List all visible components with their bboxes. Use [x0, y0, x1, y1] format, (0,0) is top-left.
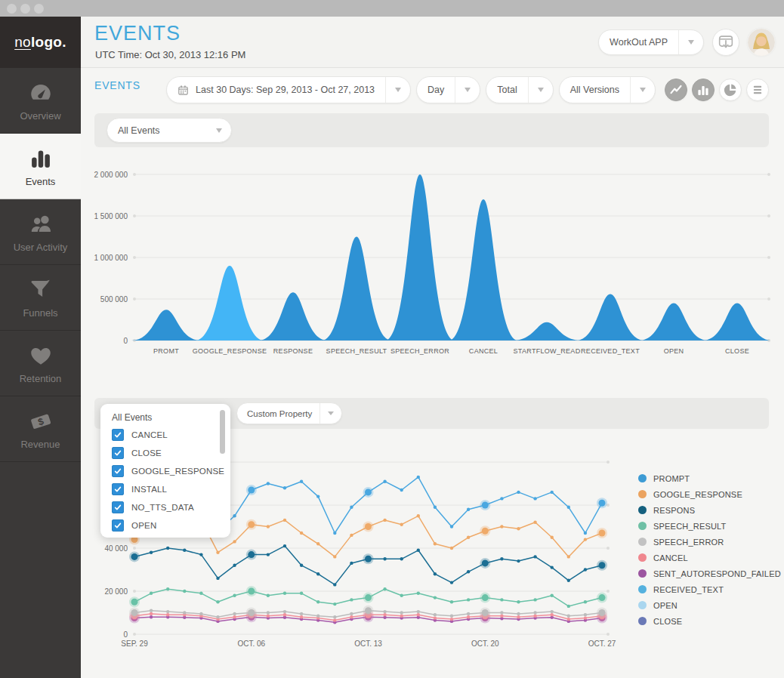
- custom-property-dropdown[interactable]: Custom Property: [236, 402, 342, 424]
- svg-text:0: 0: [123, 630, 128, 639]
- legend-label: RECEIVED_TEXT: [653, 585, 724, 594]
- legend-item-speech-error[interactable]: SPEECH_ERROR: [638, 534, 781, 550]
- svg-text:20 000: 20 000: [104, 587, 128, 596]
- event-option-label: OPEN: [131, 521, 156, 530]
- event-option-cancel[interactable]: CANCEL: [112, 426, 230, 444]
- versions-dropdown[interactable]: All Versions: [559, 76, 656, 103]
- sidebar-item-label: User Activity: [14, 242, 68, 253]
- svg-text:1 000 000: 1 000 000: [94, 254, 128, 262]
- events-peak-chart[interactable]: 0500 0001 000 0001 500 0002 000 000PROMT…: [87, 165, 770, 359]
- legend-label: CANCEL: [653, 553, 688, 562]
- avatar[interactable]: [748, 29, 775, 56]
- svg-text:OCT. 06: OCT. 06: [237, 639, 265, 648]
- app-window: nologo. EVENTS UTC Time: Oct 30, 2013 12…: [0, 0, 784, 678]
- svg-text:OCT. 13: OCT. 13: [354, 639, 382, 648]
- export-button[interactable]: [712, 29, 739, 56]
- svg-text:1 500 000: 1 500 000: [94, 212, 128, 220]
- menu-view-button[interactable]: [746, 79, 769, 101]
- menu-icon: [749, 82, 766, 98]
- chevron-down-icon: [678, 30, 703, 54]
- event-option-label: CLOSE: [131, 448, 162, 458]
- dropdown-title: All Events: [112, 412, 230, 423]
- legend-label: PROMPT: [653, 474, 690, 483]
- sidebar-item-events[interactable]: Events: [0, 134, 81, 199]
- chevron-down-icon: [630, 77, 655, 103]
- svg-text:CLOSE: CLOSE: [725, 347, 749, 355]
- export-icon: [716, 32, 736, 52]
- legend-item-speech-result[interactable]: SPEECH_RESULT: [638, 518, 781, 534]
- pie-chart-view-button[interactable]: [719, 79, 742, 101]
- date-range-label: Last 30 Days: Sep 29, 2013 - Oct 27, 201…: [190, 85, 385, 95]
- svg-text:PROMT: PROMT: [153, 347, 179, 355]
- legend-item-received-text[interactable]: RECEIVED_TEXT: [638, 581, 781, 597]
- legend-item-respons[interactable]: RESPONS: [638, 502, 781, 518]
- window-control-dot[interactable]: [20, 4, 30, 14]
- legend-item-prompt[interactable]: PROMPT: [638, 470, 781, 486]
- window-control-dot[interactable]: [34, 4, 44, 14]
- line-chart-view-button[interactable]: [665, 79, 687, 101]
- legend-item-sent-autorespond-failed[interactable]: SENT_AUTORESPOND_FAILED: [638, 566, 781, 581]
- dropdown-scrollbar[interactable]: [220, 410, 225, 454]
- event-option-no-tts-data[interactable]: NO_TTS_DATA: [112, 498, 230, 516]
- sidebar-item-user-activity[interactable]: User Activity: [0, 199, 81, 265]
- legend-label: RESPONS: [653, 506, 695, 515]
- window-control-dot[interactable]: [7, 4, 17, 14]
- legend-item-open[interactable]: OPEN: [638, 597, 781, 613]
- sidebar-item-retention[interactable]: Retention: [0, 331, 81, 396]
- checkbox-checked-icon[interactable]: [112, 447, 124, 459]
- svg-text:GOOGLE_RESPONSE: GOOGLE_RESPONSE: [193, 347, 267, 355]
- legend-item-close[interactable]: CLOSE: [638, 613, 781, 629]
- event-option-close[interactable]: CLOSE: [112, 444, 230, 462]
- legend-label: CLOSE: [653, 617, 682, 626]
- svg-text:SPEECH_ERROR: SPEECH_ERROR: [390, 347, 449, 355]
- legend-color-dot: [638, 538, 647, 546]
- sidebar: OverviewEventsUser ActivityFunnelsRetent…: [0, 68, 81, 678]
- svg-text:RECEIVED_TEXT: RECEIVED_TEXT: [581, 347, 640, 355]
- chevron-down-icon: [455, 77, 480, 103]
- calendar-icon: [177, 84, 190, 97]
- date-range-dropdown[interactable]: Last 30 Days: Sep 29, 2013 - Oct 27, 201…: [166, 76, 411, 103]
- aggregation-dropdown[interactable]: Total: [486, 76, 553, 103]
- checkbox-checked-icon[interactable]: [112, 501, 124, 513]
- utc-time-label: UTC Time: Oct 30, 2013 12:16 PM: [95, 49, 245, 60]
- logo: nologo.: [0, 17, 81, 68]
- checkbox-checked-icon[interactable]: [112, 429, 124, 441]
- sidebar-item-overview[interactable]: Overview: [0, 68, 81, 134]
- chevron-down-icon: [385, 77, 410, 103]
- aggregation-label: Total: [486, 85, 527, 95]
- event-option-install[interactable]: INSTALL: [112, 480, 230, 498]
- granularity-dropdown[interactable]: Day: [416, 76, 480, 103]
- chevron-down-icon: [319, 403, 341, 424]
- event-option-google-response[interactable]: GOOGLE_RESPONSE: [112, 462, 230, 480]
- toolbar: Last 30 Days: Sep 29, 2013 - Oct 27, 201…: [166, 76, 769, 103]
- sidebar-item-revenue[interactable]: $Revenue: [0, 396, 81, 462]
- legend-item-cancel[interactable]: CANCEL: [638, 550, 781, 566]
- legend-label: SENT_AUTORESPOND_FAILED: [653, 569, 781, 578]
- svg-text:40 000: 40 000: [104, 544, 128, 553]
- heart-icon: [28, 343, 54, 368]
- app-selector-dropdown[interactable]: WorkOut APP: [598, 29, 704, 55]
- svg-text:2 000 000: 2 000 000: [94, 171, 128, 179]
- svg-text:500 000: 500 000: [100, 295, 128, 304]
- bar-chart-view-button[interactable]: [692, 79, 715, 101]
- checkbox-checked-icon[interactable]: [112, 465, 124, 477]
- logo-text-bold: logo.: [31, 34, 66, 51]
- all-events-dropdown[interactable]: All Events: [106, 118, 232, 143]
- window-titlebar: [0, 0, 784, 17]
- header: EVENTS UTC Time: Oct 30, 2013 12:16 PM W…: [81, 17, 784, 68]
- funnel-icon: [28, 277, 54, 303]
- checkbox-checked-icon[interactable]: [112, 483, 124, 495]
- svg-text:SPEECH_RESULT: SPEECH_RESULT: [326, 347, 387, 355]
- sidebar-item-funnels[interactable]: Funnels: [0, 265, 81, 331]
- svg-text:CANCEL: CANCEL: [469, 347, 498, 355]
- svg-text:SEP. 29: SEP. 29: [121, 639, 148, 648]
- svg-text:OCT. 20: OCT. 20: [471, 639, 499, 648]
- legend-color-dot: [638, 490, 647, 498]
- checkbox-checked-icon[interactable]: [112, 519, 124, 532]
- svg-text:RESPONSE: RESPONSE: [273, 347, 313, 355]
- bar-chart-icon: [695, 82, 711, 98]
- sidebar-item-label: Events: [26, 176, 56, 187]
- event-option-label: CANCEL: [131, 430, 168, 439]
- legend-item-google-response[interactable]: GOOGLE_RESPONSE: [638, 486, 781, 502]
- event-option-open[interactable]: OPEN: [112, 516, 230, 535]
